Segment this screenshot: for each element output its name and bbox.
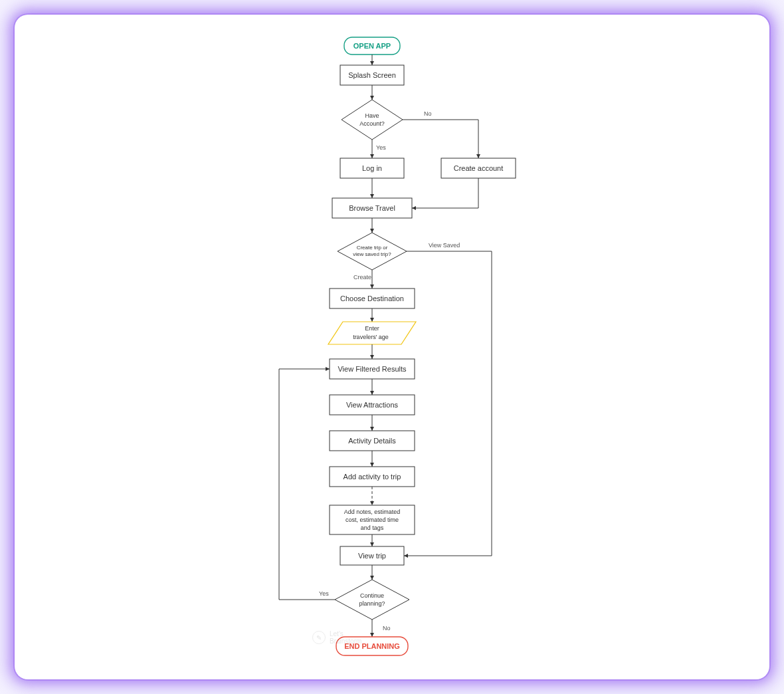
node-view-attractions: View Attractions <box>330 395 415 415</box>
node-open-app: OPEN APP <box>344 37 400 55</box>
node-have-account-l1: Have <box>365 112 379 119</box>
node-create-account: Create account <box>441 158 516 178</box>
node-view-trip: View trip <box>340 546 404 565</box>
flowchart-svg: OPEN APP Splash Screen Have Account? Yes… <box>27 27 757 667</box>
node-browse-travel: Browse Travel <box>332 198 412 218</box>
node-add-notes-l2: cost, estimated time <box>345 517 399 523</box>
node-view-attractions-label: View Attractions <box>346 401 399 409</box>
node-splash-label: Splash Screen <box>348 71 396 79</box>
edge-createorview-viewtrip <box>404 251 492 556</box>
edge-continue-no-label: No <box>383 625 391 632</box>
node-view-trip-label: View trip <box>358 552 386 560</box>
node-choose-destination: Choose Destination <box>330 289 415 308</box>
node-add-notes-l3: and tags <box>361 524 384 531</box>
node-create-or-view-l1: Create trip or <box>357 245 388 251</box>
node-view-filtered-label: View Filtered Results <box>338 365 407 373</box>
edge-haveacct-no-label: No <box>424 110 432 117</box>
node-continue-l2: planning? <box>359 600 385 607</box>
node-browse-travel-label: Browse Travel <box>349 204 395 212</box>
node-have-account: Have Account? <box>342 100 403 140</box>
node-open-app-label: OPEN APP <box>353 42 391 50</box>
node-activity-details: Activity Details <box>330 431 415 451</box>
node-view-filtered: View Filtered Results <box>330 359 415 379</box>
node-enter-age: Enter travelers' age <box>328 322 416 344</box>
node-create-or-view: Create trip or view saved trip? <box>338 233 407 270</box>
edge-viewsaved-label: View Saved <box>429 242 460 249</box>
flowchart-canvas: OPEN APP Splash Screen Have Account? Yes… <box>27 27 757 667</box>
node-have-account-l2: Account? <box>359 120 385 127</box>
watermark-line2: Brainstorm <box>330 637 361 645</box>
edge-continue-yes-label: Yes <box>319 590 329 597</box>
node-add-activity-label: Add activity to trip <box>343 473 401 481</box>
edge-createacct-browse <box>412 178 478 208</box>
node-login-label: Log in <box>362 164 382 172</box>
node-splash: Splash Screen <box>340 65 404 85</box>
edge-haveacct-createacct <box>403 120 478 158</box>
node-enter-age-l1: Enter <box>365 325 379 332</box>
node-create-or-view-l2: view saved trip? <box>353 251 391 257</box>
node-enter-age-l2: travelers' age <box>353 334 389 340</box>
node-add-notes-l1: Add notes, estimated <box>344 509 401 515</box>
node-continue-l1: Continue <box>360 592 384 599</box>
node-choose-destination-label: Choose Destination <box>340 294 404 302</box>
svg-marker-2 <box>342 100 403 140</box>
node-create-account-label: Create account <box>454 164 504 172</box>
svg-marker-15 <box>335 580 409 620</box>
watermark-line1: Let's <box>330 630 361 637</box>
edge-create-label: Create <box>353 274 371 281</box>
node-add-activity: Add activity to trip <box>330 467 415 487</box>
edge-haveacct-yes-label: Yes <box>376 144 386 151</box>
node-continue: Continue planning? <box>335 580 409 620</box>
watermark: ✎ Let's Brainstorm <box>312 630 361 645</box>
node-login: Log in <box>340 158 404 178</box>
edge-continue-yes-loop <box>279 369 335 600</box>
node-activity-details-label: Activity Details <box>348 437 396 445</box>
node-add-notes: Add notes, estimated cost, estimated tim… <box>330 505 415 534</box>
watermark-icon: ✎ <box>312 631 326 644</box>
